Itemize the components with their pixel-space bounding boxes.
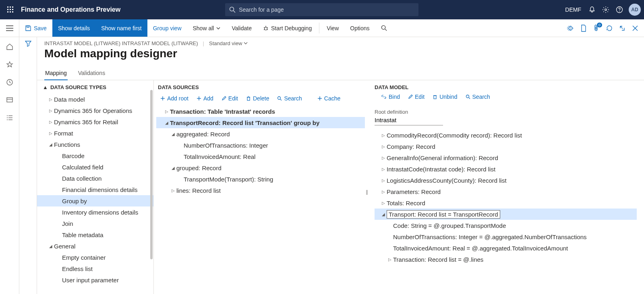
save-button[interactable]: Save: [19, 19, 52, 37]
refresh-icon[interactable]: [603, 22, 616, 35]
hamburger-icon[interactable]: [0, 19, 19, 37]
dm-node-general-info[interactable]: ▷GeneralInfo(General information): Recor…: [375, 152, 637, 163]
clock-icon[interactable]: [2, 74, 18, 90]
ds-node-lines[interactable]: ▷lines: Record list: [156, 185, 365, 196]
dst-item-empty-container[interactable]: Empty container: [37, 252, 153, 263]
dm-node-totals[interactable]: ▷Totals: Record: [375, 197, 637, 209]
bug-icon: [263, 25, 269, 31]
dst-item-table-metadata[interactable]: Table metadata: [37, 229, 153, 240]
dm-node-num-transactions[interactable]: NumberOfTransactions: Integer = @.aggreg…: [375, 231, 637, 242]
ds-edit-button[interactable]: Edit: [219, 94, 240, 103]
dst-item-user-input-param[interactable]: User input parameter: [37, 274, 153, 286]
dst-item-data-collection[interactable]: Data collection: [37, 173, 153, 184]
dm-bind-button[interactable]: Bind: [379, 92, 402, 102]
popout-icon[interactable]: [616, 22, 629, 35]
dst-item-functions[interactable]: ◢Functions: [37, 139, 153, 150]
chevron-down-icon: [216, 26, 220, 30]
dst-item-d365-retail[interactable]: ▷Dynamics 365 for Retail: [37, 116, 153, 127]
show-details-button[interactable]: Show details: [52, 19, 95, 37]
view-selector[interactable]: Standard view: [209, 40, 248, 46]
tab-mapping[interactable]: Mapping: [44, 67, 68, 80]
document-icon[interactable]: [577, 22, 590, 35]
start-debugging-button[interactable]: Start Debugging: [257, 19, 317, 37]
ds-node-aggregated[interactable]: ◢aggregated: Record: [156, 128, 365, 140]
filter-rail: [19, 37, 37, 294]
group-view-button[interactable]: Group view: [147, 19, 187, 37]
home-icon[interactable]: [2, 39, 18, 55]
dst-item-barcode[interactable]: Barcode: [37, 150, 153, 161]
root-definition-label: Root definition: [375, 109, 637, 115]
dst-item-calculated-field[interactable]: Calculated field: [37, 161, 153, 173]
root-definition-input[interactable]: [375, 115, 443, 125]
company-code[interactable]: DEMF: [565, 6, 581, 13]
caret-down-icon[interactable]: ▲: [43, 84, 48, 90]
dst-item-join[interactable]: Join: [37, 218, 153, 229]
dm-node-company[interactable]: ▷Company: Record: [375, 141, 637, 152]
svg-rect-3: [7, 9, 8, 10]
workspace-icon[interactable]: [2, 92, 18, 108]
dst-item-general[interactable]: ◢General: [37, 240, 153, 252]
ds-add-root-button[interactable]: Add root: [158, 94, 191, 103]
validate-button[interactable]: Validate: [226, 19, 257, 37]
ds-node-transport-mode[interactable]: TransportMode(Transport): String: [156, 173, 365, 185]
chevron-down-icon: [244, 41, 248, 45]
ds-node-total-invoiced[interactable]: TotalInvoicedAmount: Real: [156, 151, 365, 162]
ds-node-transport-record[interactable]: ◢TransportRecord: Record list 'Transacti…: [156, 117, 365, 128]
svg-line-23: [267, 29, 268, 30]
dm-node-intrastat-code[interactable]: ▷IntrastatCode(Intrastat code): Record l…: [375, 163, 637, 175]
ds-add-button[interactable]: Add: [194, 94, 216, 103]
diamond-icon[interactable]: [564, 22, 577, 35]
dm-node-transport[interactable]: ◢Transport: Record list = TransportRecor…: [375, 209, 637, 220]
view-button[interactable]: View: [321, 19, 344, 37]
ds-node-num-transactions[interactable]: NumberOfTransactions: Integer: [156, 140, 365, 151]
dm-node-logistics[interactable]: ▷LogisticsAddressCounty(County): Record …: [375, 175, 637, 186]
options-button[interactable]: Options: [344, 19, 375, 37]
dst-item-endless-list[interactable]: Endless list: [37, 263, 153, 274]
waffle-icon[interactable]: [3, 6, 18, 13]
dst-item-data-model[interactable]: ▷Data model: [37, 94, 153, 105]
tab-validations[interactable]: Validations: [77, 67, 106, 80]
star-icon[interactable]: [2, 56, 18, 73]
gear-icon[interactable]: [599, 3, 613, 17]
svg-rect-31: [7, 98, 12, 102]
ds-delete-button[interactable]: Delete: [244, 94, 271, 103]
start-debugging-label: Start Debugging: [271, 25, 312, 31]
dm-node-transaction[interactable]: ▷Transaction: Record list = @.lines: [375, 254, 637, 265]
dm-search-button[interactable]: Search: [463, 92, 493, 102]
show-all-dropdown[interactable]: Show all: [187, 19, 226, 37]
close-icon[interactable]: [629, 22, 642, 35]
bell-icon[interactable]: [585, 3, 599, 17]
show-name-first-button[interactable]: Show name first: [95, 19, 147, 37]
ds-node-grouped[interactable]: ◢grouped: Record: [156, 162, 365, 173]
dm-unbind-button[interactable]: Unbind: [430, 92, 460, 102]
user-avatar[interactable]: AD: [629, 4, 641, 16]
dst-item-inventory-dim[interactable]: Inventory dimensions details: [37, 206, 153, 218]
dm-node-code[interactable]: Code: String = @.grouped.TransportMode: [375, 220, 637, 231]
breadcrumb-separator: |: [203, 40, 204, 46]
svg-point-35: [7, 119, 8, 120]
global-search-input[interactable]: [225, 3, 418, 16]
dst-item-group-by[interactable]: Group by: [37, 195, 153, 206]
ds-node-transaction[interactable]: ▷Transaction: Table 'Intrastat' records: [156, 106, 365, 117]
dm-node-commodity[interactable]: ▷CommodityRecord(Commodity record): Reco…: [375, 129, 637, 141]
svg-rect-43: [247, 97, 250, 100]
svg-rect-0: [7, 6, 8, 8]
dst-heading[interactable]: ▲ DATA SOURCE TYPES: [37, 80, 153, 94]
svg-rect-5: [12, 9, 13, 10]
dst-item-d365-ops[interactable]: ▷Dynamics 365 for Operations: [37, 105, 153, 116]
svg-rect-1: [10, 6, 11, 8]
dm-node-total-invoiced[interactable]: TotalInvoicedAmount: Real = @.aggregated…: [375, 242, 637, 254]
ds-cache-button[interactable]: Cache: [315, 94, 343, 103]
toolbar-search-icon[interactable]: [375, 19, 393, 37]
dst-item-financial-dim[interactable]: Financial dimensions details: [37, 184, 153, 195]
ds-search-button[interactable]: Search: [275, 94, 304, 103]
help-icon[interactable]: [613, 3, 626, 17]
svg-point-9: [230, 7, 234, 11]
attachment-icon[interactable]: 0: [590, 22, 603, 35]
list-icon[interactable]: [2, 110, 18, 126]
scrollbar-thumb[interactable]: [150, 90, 153, 259]
filter-icon[interactable]: [25, 40, 31, 294]
dst-item-format[interactable]: ▷Format: [37, 127, 153, 139]
dm-node-parameters[interactable]: ▷Parameters: Record: [375, 186, 637, 197]
dm-edit-button[interactable]: Edit: [406, 92, 427, 102]
